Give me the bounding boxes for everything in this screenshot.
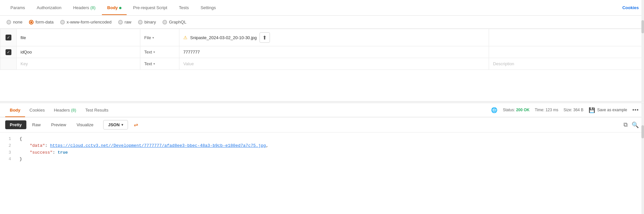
row-2-type-select[interactable]: Text ▾	[144, 50, 155, 54]
row-1-key: file	[21, 35, 26, 40]
row-2-value: 7777777	[183, 50, 200, 54]
row-2-checkbox-cell: ✓	[0, 46, 17, 58]
row-3-type-cell: Text ▾	[140, 58, 179, 70]
json-viewer-toolbar: Pretty Raw Preview Visualize JSON ▾ ⇌ ⧉ …	[0, 117, 644, 132]
cookies-button[interactable]: Cookies	[622, 5, 639, 10]
globe-icon: 🌐	[491, 107, 497, 113]
chevron-down-icon: ▾	[152, 36, 154, 39]
row-3-key-placeholder: Key	[21, 61, 28, 66]
save-icon: 💾	[589, 107, 595, 113]
tab-settings[interactable]: Settings	[195, 1, 221, 15]
request-tab-bar: Params Authorization Headers (8) Body Pr…	[0, 0, 644, 16]
json-line-1: 1 {	[0, 136, 644, 143]
tab-authorization[interactable]: Authorization	[32, 1, 67, 15]
json-key-data: "data"	[30, 143, 45, 148]
row-2-key: idQoo	[21, 50, 32, 54]
scrollbar-track[interactable]	[641, 0, 644, 101]
tab-tests[interactable]: Tests	[174, 1, 194, 15]
row-2-desc-cell	[489, 46, 644, 58]
row-1-desc-cell	[489, 29, 644, 46]
row-1-checkbox[interactable]: ✓	[6, 35, 11, 40]
response-scrollbar-track[interactable]	[641, 103, 644, 214]
search-icon: 🔍	[632, 122, 639, 128]
json-value-success: true	[58, 150, 68, 155]
view-pretty-button[interactable]: Pretty	[5, 120, 26, 129]
row-3-checkbox-cell	[0, 58, 17, 70]
row-2-key-cell: idQoo	[17, 46, 140, 58]
row-3-value-placeholder: Value	[183, 61, 194, 66]
response-tab-cookies[interactable]: Cookies	[25, 104, 49, 116]
time-label: Time: 123 ms	[535, 108, 558, 112]
radio-graphql[interactable]: GraphQL	[162, 20, 186, 24]
tab-pre-request[interactable]: Pre-request Script	[128, 1, 173, 15]
radio-binary[interactable]: binary	[138, 20, 156, 24]
row-3-value-cell: Value	[179, 58, 489, 70]
table-row: ✓ file File ▾ ⚠ Snipaste_2024-03-02_20-1…	[0, 29, 644, 46]
form-data-table: ✓ file File ▾ ⚠ Snipaste_2024-03-02_20-1…	[0, 29, 644, 70]
row-3-desc-cell: Description	[489, 58, 644, 70]
row-3-key-cell: Key	[17, 58, 140, 70]
row-1-type-select[interactable]: File ▾	[144, 35, 154, 40]
response-meta: 🌐 Status: 200 OK Time: 123 ms Size: 364 …	[491, 107, 639, 113]
json-key-success: "success"	[30, 150, 52, 155]
row-3-desc-placeholder: Description	[493, 61, 514, 66]
response-tab-bar: Body Cookies Headers (8) Test Results 🌐 …	[0, 103, 644, 117]
upload-button[interactable]: ⬆	[259, 32, 270, 43]
upload-icon: ⬆	[262, 35, 267, 41]
chevron-down-icon: ▾	[121, 123, 123, 127]
response-tab-headers[interactable]: Headers (8)	[49, 104, 81, 116]
more-options-button[interactable]: •••	[632, 107, 639, 113]
view-raw-button[interactable]: Raw	[28, 120, 45, 129]
radio-none[interactable]: none	[7, 20, 22, 24]
tab-params[interactable]: Params	[5, 1, 30, 15]
view-visualize-button[interactable]: Visualize	[72, 120, 98, 129]
table-row: ✓ idQoo Text ▾ 7777777	[0, 46, 644, 58]
json-line-4: 4 }	[0, 156, 644, 163]
tab-headers[interactable]: Headers (8)	[68, 1, 101, 15]
save-as-example-button[interactable]: 💾 Save as example	[589, 107, 627, 113]
json-value-url[interactable]: https://cloud.cctv3.net//Development/777…	[50, 143, 266, 148]
row-2-type-cell: Text ▾	[140, 46, 179, 58]
size-label: Size: 364 B	[564, 108, 583, 112]
radio-binary-circle	[138, 20, 143, 24]
warning-icon: ⚠	[183, 35, 188, 40]
radio-none-circle	[7, 20, 11, 24]
json-line-3: 3 "success": true	[0, 149, 644, 156]
row-1-value-cell: ⚠ Snipaste_2024-03-02_20-10-30.jpg ⬆	[179, 29, 489, 46]
row-2-checkbox[interactable]: ✓	[6, 49, 11, 55]
radio-form-data-circle	[29, 20, 34, 24]
row-checkbox-cell: ✓	[0, 29, 17, 46]
copy-button[interactable]: ⧉	[623, 121, 628, 128]
response-scrollbar-thumb[interactable]	[641, 125, 644, 138]
row-1-type-cell: File ▾	[140, 29, 179, 46]
format-select[interactable]: JSON ▾	[103, 120, 128, 130]
tab-body[interactable]: Body	[102, 1, 127, 15]
radio-graphql-circle	[162, 20, 167, 24]
row-1-key-cell: file	[17, 29, 140, 46]
radio-urlencoded-circle	[60, 20, 65, 24]
json-line-2: 2 "data": https://cloud.cctv3.net//Devel…	[0, 143, 644, 149]
status-value: 200 OK	[516, 108, 529, 112]
view-preview-button[interactable]: Preview	[47, 120, 71, 129]
chevron-down-icon: ▾	[153, 50, 155, 54]
row-1-file-name: Snipaste_2024-03-02_20-10-30.jpg	[190, 35, 257, 40]
wrap-lines-button[interactable]: ⇌	[131, 120, 141, 130]
response-tab-body[interactable]: Body	[5, 104, 25, 116]
radio-urlencoded[interactable]: x-www-form-urlencoded	[60, 20, 112, 24]
body-type-selector: none form-data x-www-form-urlencoded raw…	[0, 16, 644, 29]
wrap-icon: ⇌	[134, 122, 138, 128]
radio-raw-circle	[118, 20, 123, 24]
table-row: Key Text ▾ Value Description	[0, 58, 644, 70]
copy-icon: ⧉	[623, 121, 628, 128]
response-tab-test-results[interactable]: Test Results	[81, 104, 113, 116]
status-label: Status: 200 OK	[503, 108, 529, 112]
json-output: 1 { 2 "data": https://cloud.cctv3.net//D…	[0, 132, 644, 166]
radio-raw[interactable]: raw	[118, 20, 132, 24]
search-button[interactable]: 🔍	[632, 121, 639, 129]
chevron-down-icon: ▾	[153, 62, 155, 66]
row-2-value-cell: 7777777	[179, 46, 489, 58]
row-3-type-select[interactable]: Text ▾	[144, 61, 155, 66]
scrollbar-thumb[interactable]	[641, 20, 644, 33]
radio-form-data[interactable]: form-data	[29, 20, 54, 24]
